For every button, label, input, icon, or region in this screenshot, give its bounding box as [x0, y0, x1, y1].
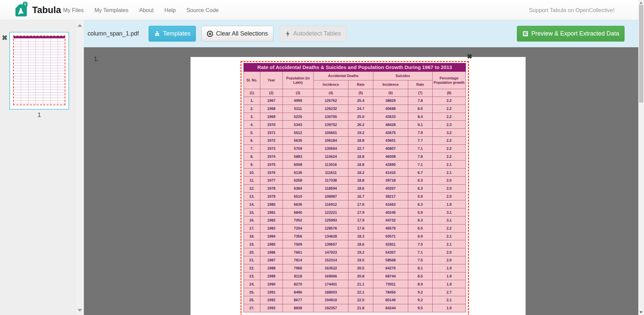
scrollbar-thumb[interactable] — [639, 5, 643, 103]
table-row: 1.1967499912676225.4388297.82.2 — [244, 97, 466, 105]
browser-scrollbar[interactable] — [638, 0, 644, 315]
table-row: 3.1969522513075525.0436338.42.2 — [244, 113, 466, 121]
scroll-up-icon[interactable] — [77, 24, 82, 27]
table-cell: 7052 — [282, 216, 313, 224]
table-cell: 106184 — [313, 136, 348, 144]
table-cell: 7. — [244, 144, 260, 152]
table-cell: 2.2 — [432, 152, 466, 161]
table-cell: 139657 — [313, 240, 348, 248]
table-cell: 23. — [244, 272, 260, 280]
table-row: 6.1972563510618418.8436017.72.2 — [244, 136, 466, 144]
table-row: 17.1983720412857617.8465796.52.2 — [244, 224, 466, 232]
table-cell: 9.1 — [408, 121, 432, 129]
support-link[interactable]: Support Tabula on OpenCollective! — [529, 0, 614, 20]
table-row: 5.1971551210560119.2436757.93.2 — [244, 129, 466, 137]
table-cell: 128576 — [313, 224, 348, 232]
table-cell: 126762 — [313, 97, 348, 105]
table-cell: 40245 — [373, 208, 408, 216]
table-row: 15.1981684012222117.9402455.93.1 — [244, 208, 466, 216]
table-cell: 6.3 — [408, 176, 432, 184]
table-cell: 1968 — [260, 105, 282, 113]
sidebar-scrollbar[interactable] — [75, 20, 84, 315]
table-cell: 8.4 — [408, 113, 432, 121]
pdf-page[interactable]: ✖ Rate of Accidental Deaths & Suicides a… — [191, 57, 526, 315]
table-cell: 6136 — [282, 169, 313, 177]
table-cell: 16.7 — [348, 192, 373, 200]
nav-about[interactable]: About — [134, 7, 159, 13]
scrollbar-up-icon[interactable] — [640, 2, 642, 4]
column-number-cell: (5) — [348, 89, 373, 97]
clear-all-selections-button[interactable]: Clear All Selections — [201, 26, 273, 42]
nav-source-code[interactable]: Source Code — [181, 7, 224, 13]
table-cell: 1967 — [260, 97, 282, 105]
table-cell: 188003 — [313, 288, 348, 296]
table-cell: 1978 — [260, 184, 282, 192]
table-header-cell: Population (in Lakh) — [282, 72, 313, 89]
table-cell: 1987 — [260, 256, 282, 264]
table-cell: 134628 — [313, 232, 348, 240]
table-cell: 1981 — [260, 208, 282, 216]
column-number-cell: (1) — [244, 89, 260, 97]
nav-my-templates[interactable]: My Templates — [89, 7, 133, 13]
table-row: 27.1993883819235721.8842449.51.9 — [244, 304, 466, 312]
table-cell: 9.2 — [408, 296, 432, 304]
table-cell: 18.3 — [348, 232, 373, 240]
table-cell: 26. — [244, 296, 260, 304]
table-cell: 50571 — [373, 232, 408, 240]
table-cell: 40207 — [373, 184, 408, 192]
page-thumbnail[interactable] — [9, 32, 69, 110]
table-cell: 7814 — [282, 256, 313, 264]
table-cell: 3.2 — [432, 129, 466, 137]
templates-button[interactable]: Templates — [149, 26, 196, 42]
table-icon — [522, 30, 529, 37]
navbar: Tabula My Files My Templates About Help … — [0, 0, 644, 20]
nav-help[interactable]: Help — [159, 7, 181, 13]
table-cell: 110624 — [313, 152, 348, 161]
brand[interactable]: Tabula — [14, 2, 61, 18]
table-cell: 2.1 — [432, 240, 466, 248]
table-cell: 22. — [244, 264, 260, 272]
table-cell: 24.7 — [348, 105, 373, 113]
table-cell: 1982 — [260, 216, 282, 224]
table-selection-region[interactable]: Rate of Accidental Deaths & Suicides and… — [240, 61, 469, 315]
remove-selection-icon[interactable]: ✖ — [467, 53, 472, 60]
table-row: 18.1984735613462818.3505716.92.1 — [244, 232, 466, 240]
table-cell: 18.8 — [348, 136, 373, 144]
nav-my-files[interactable]: My Files — [58, 7, 89, 13]
table-cell: 6.3 — [408, 184, 432, 192]
table-cell: 6.9 — [408, 232, 432, 240]
table-cell: 6.7 — [408, 169, 432, 177]
table-cell: 8.1 — [408, 264, 432, 272]
table-cell: 26.2 — [348, 121, 373, 129]
scrollbar-down-icon[interactable] — [640, 311, 642, 313]
table-cell: 5225 — [282, 113, 313, 121]
autodetect-tables-button[interactable]: Autodetect Tables — [280, 26, 346, 42]
lightning-icon — [285, 30, 290, 37]
table-cell: 78450 — [373, 288, 408, 296]
column-number-cell: (4) — [313, 89, 348, 97]
table-cell: 1.9 — [432, 264, 466, 272]
current-filename: column_span_1.pdf — [88, 20, 139, 47]
table-row: 22.1988796616352220.5642708.11.9 — [244, 264, 466, 272]
table-cell: 7.8 — [408, 97, 432, 105]
preview-export-button[interactable]: Preview & Export Extracted Data — [517, 26, 625, 42]
table-cell: 19.2 — [348, 248, 373, 256]
table-cell: 1973 — [260, 144, 282, 152]
table-cell: 2.0 — [432, 184, 466, 192]
table-cell: 1990 — [260, 280, 282, 288]
remove-page-icon[interactable]: ✖ — [2, 34, 8, 41]
table-cell: 46008 — [373, 152, 408, 161]
table-cell: 20.8 — [348, 272, 373, 280]
table-cell: 8677 — [282, 296, 313, 304]
table-cell: 1974 — [260, 152, 282, 161]
table-cell: 4. — [244, 121, 260, 129]
scroll-down-icon[interactable] — [77, 309, 82, 312]
table-row: 12.1978638411859418.6402076.32.0 — [244, 184, 466, 192]
table-cell: 13. — [244, 192, 260, 200]
table-cell: 5883 — [282, 152, 313, 161]
app-title: Tabula — [32, 5, 61, 15]
table-cell: 11. — [244, 176, 260, 184]
table-cell: 130755 — [313, 113, 348, 121]
table-cell: 18. — [244, 232, 260, 240]
table-row: 10.1976613611161118.2414156.72.1 — [244, 169, 466, 177]
